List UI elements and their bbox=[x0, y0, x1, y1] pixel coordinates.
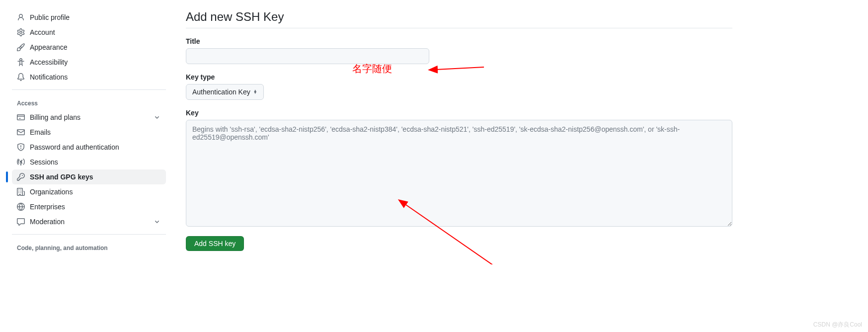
person-icon bbox=[17, 13, 25, 21]
sidebar-item-label: SSH and GPG keys bbox=[30, 173, 93, 181]
key-type-value: Authentication Key bbox=[192, 88, 250, 96]
key-type-label: Key type bbox=[186, 73, 732, 81]
broadcast-icon bbox=[17, 158, 25, 166]
mail-icon bbox=[17, 128, 25, 136]
sidebar-item-label: Organizations bbox=[30, 188, 73, 196]
main-content: Add new SSH Key Title Key type Authentic… bbox=[186, 10, 732, 254]
title-input[interactable] bbox=[186, 48, 429, 64]
comment-icon bbox=[17, 218, 25, 226]
sidebar-item-label: Public profile bbox=[30, 13, 70, 21]
sidebar-item-label: Notifications bbox=[30, 73, 68, 81]
sidebar-item-appearance[interactable]: Appearance bbox=[12, 40, 166, 55]
form-group-key: Key bbox=[186, 109, 732, 228]
sidebar-item-label: Password and authentication bbox=[30, 143, 119, 151]
sidebar-item-label: Appearance bbox=[30, 43, 68, 51]
sidebar-item-organizations[interactable]: Organizations bbox=[12, 184, 166, 199]
sidebar-item-emails[interactable]: Emails bbox=[12, 125, 166, 140]
form-group-keytype: Key type Authentication Key ▲▼ bbox=[186, 73, 732, 100]
sidebar-divider bbox=[12, 89, 166, 90]
select-arrows-icon: ▲▼ bbox=[253, 90, 257, 94]
key-type-select[interactable]: Authentication Key ▲▼ bbox=[186, 84, 264, 100]
sidebar-item-enterprises[interactable]: Enterprises bbox=[12, 199, 166, 214]
key-icon bbox=[17, 173, 25, 181]
sidebar-item-ssh-gpg-keys[interactable]: SSH and GPG keys bbox=[12, 169, 166, 184]
sidebar-item-notifications[interactable]: Notifications bbox=[12, 70, 166, 84]
form-group-title: Title bbox=[186, 37, 732, 64]
key-label: Key bbox=[186, 109, 732, 117]
page-title: Add new SSH Key bbox=[186, 10, 732, 28]
sidebar-divider bbox=[12, 234, 166, 235]
accessibility-icon bbox=[17, 58, 25, 66]
sidebar-item-label: Moderation bbox=[30, 218, 65, 226]
chevron-down-icon bbox=[153, 113, 161, 121]
org-icon bbox=[17, 188, 25, 196]
section-title-code: Code, planning, and automation bbox=[12, 240, 166, 254]
globe-icon bbox=[17, 203, 25, 211]
sidebar-item-account[interactable]: Account bbox=[12, 25, 166, 40]
sidebar-item-label: Sessions bbox=[30, 158, 58, 166]
sidebar-item-accessibility[interactable]: Accessibility bbox=[12, 55, 166, 70]
key-textarea[interactable] bbox=[186, 120, 732, 227]
sidebar-item-label: Emails bbox=[30, 128, 51, 136]
sidebar-item-billing[interactable]: Billing and plans bbox=[12, 110, 166, 125]
sidebar-item-password-auth[interactable]: Password and authentication bbox=[12, 140, 166, 155]
bell-icon bbox=[17, 73, 25, 81]
sidebar-item-label: Account bbox=[30, 28, 55, 36]
card-icon bbox=[17, 113, 25, 121]
section-title-access: Access bbox=[12, 95, 166, 110]
sidebar-item-label: Enterprises bbox=[30, 203, 65, 211]
shield-icon bbox=[17, 143, 25, 151]
sidebar-item-label: Accessibility bbox=[30, 58, 68, 66]
paintbrush-icon bbox=[17, 43, 25, 51]
chevron-down-icon bbox=[153, 218, 161, 226]
sidebar-item-sessions[interactable]: Sessions bbox=[12, 155, 166, 169]
sidebar-item-label: Billing and plans bbox=[30, 113, 80, 121]
gear-icon bbox=[17, 28, 25, 36]
sidebar-item-public-profile[interactable]: Public profile bbox=[12, 10, 166, 25]
svg-line-1 bbox=[436, 67, 484, 70]
settings-sidebar: Public profile Account Appearance Access… bbox=[12, 10, 166, 254]
title-label: Title bbox=[186, 37, 732, 45]
add-ssh-key-button[interactable]: Add SSH key bbox=[186, 236, 244, 251]
sidebar-item-moderation[interactable]: Moderation bbox=[12, 214, 166, 229]
